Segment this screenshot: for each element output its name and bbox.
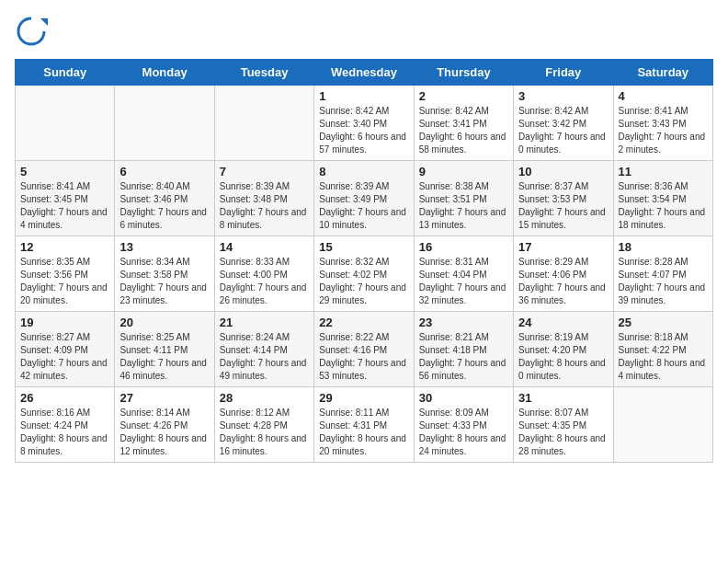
calendar-day-cell: 25Sunrise: 8:18 AM Sunset: 4:22 PM Dayli… (613, 312, 712, 387)
day-info: Sunrise: 8:34 AM Sunset: 3:58 PM Dayligh… (119, 256, 209, 307)
calendar-day-cell: 1Sunrise: 8:42 AM Sunset: 3:40 PM Daylig… (314, 86, 414, 161)
day-info: Sunrise: 8:21 AM Sunset: 4:18 PM Dayligh… (419, 331, 508, 383)
day-info: Sunrise: 8:42 AM Sunset: 3:42 PM Dayligh… (518, 105, 608, 156)
day-number: 26 (20, 391, 109, 405)
calendar-day-cell: 24Sunrise: 8:19 AM Sunset: 4:20 PM Dayli… (514, 312, 613, 387)
calendar-day-cell: 31Sunrise: 8:07 AM Sunset: 4:35 PM Dayli… (514, 387, 613, 463)
weekday-header-wednesday: Wednesday (314, 60, 414, 86)
day-number: 21 (220, 316, 309, 329)
day-info: Sunrise: 8:33 AM Sunset: 4:00 PM Dayligh… (220, 256, 309, 307)
day-number: 15 (319, 240, 408, 254)
calendar-day-cell: 19Sunrise: 8:27 AM Sunset: 4:09 PM Dayli… (16, 312, 115, 387)
calendar-day-cell: 6Sunrise: 8:40 AM Sunset: 3:46 PM Daylig… (115, 161, 214, 236)
day-info: Sunrise: 8:16 AM Sunset: 4:24 PM Dayligh… (20, 407, 109, 458)
day-number: 28 (220, 391, 309, 405)
day-info: Sunrise: 8:32 AM Sunset: 4:02 PM Dayligh… (319, 256, 408, 307)
day-info: Sunrise: 8:25 AM Sunset: 4:11 PM Dayligh… (119, 331, 209, 383)
calendar-day-cell: 23Sunrise: 8:21 AM Sunset: 4:18 PM Dayli… (414, 312, 513, 387)
day-number: 9 (419, 165, 508, 178)
weekday-header-friday: Friday (514, 60, 613, 86)
calendar-day-cell: 14Sunrise: 8:33 AM Sunset: 4:00 PM Dayli… (214, 236, 313, 312)
day-info: Sunrise: 8:18 AM Sunset: 4:22 PM Dayligh… (619, 331, 708, 383)
logo (15, 15, 53, 48)
day-number: 25 (619, 316, 708, 329)
day-info: Sunrise: 8:07 AM Sunset: 4:35 PM Dayligh… (518, 407, 608, 458)
day-number: 29 (319, 391, 408, 405)
calendar-day-cell (214, 86, 313, 161)
calendar-day-cell: 13Sunrise: 8:34 AM Sunset: 3:58 PM Dayli… (115, 236, 214, 312)
day-info: Sunrise: 8:28 AM Sunset: 4:07 PM Dayligh… (619, 256, 708, 307)
day-number: 22 (319, 316, 408, 329)
calendar-day-cell (16, 86, 115, 161)
page-header (15, 15, 713, 48)
day-info: Sunrise: 8:31 AM Sunset: 4:04 PM Dayligh… (419, 256, 508, 307)
svg-marker-1 (40, 18, 48, 26)
day-number: 5 (20, 165, 109, 178)
day-info: Sunrise: 8:35 AM Sunset: 3:56 PM Dayligh… (20, 256, 109, 307)
calendar-day-cell: 3Sunrise: 8:42 AM Sunset: 3:42 PM Daylig… (514, 86, 613, 161)
day-number: 14 (220, 240, 309, 254)
day-number: 6 (119, 165, 209, 178)
day-number: 3 (518, 89, 608, 103)
calendar-day-cell: 16Sunrise: 8:31 AM Sunset: 4:04 PM Dayli… (414, 236, 513, 312)
calendar-day-cell: 22Sunrise: 8:22 AM Sunset: 4:16 PM Dayli… (314, 312, 414, 387)
day-number: 17 (518, 240, 608, 254)
day-number: 7 (220, 165, 309, 178)
day-info: Sunrise: 8:12 AM Sunset: 4:28 PM Dayligh… (220, 407, 309, 458)
day-number: 18 (619, 240, 708, 254)
day-number: 11 (619, 165, 708, 178)
day-number: 4 (619, 89, 708, 103)
calendar-day-cell: 2Sunrise: 8:42 AM Sunset: 3:41 PM Daylig… (414, 86, 513, 161)
calendar-day-cell: 18Sunrise: 8:28 AM Sunset: 4:07 PM Dayli… (613, 236, 712, 312)
weekday-header-monday: Monday (115, 60, 214, 86)
day-info: Sunrise: 8:09 AM Sunset: 4:33 PM Dayligh… (419, 407, 508, 458)
weekday-header-thursday: Thursday (414, 60, 513, 86)
day-info: Sunrise: 8:42 AM Sunset: 3:40 PM Dayligh… (319, 105, 408, 156)
calendar-day-cell: 17Sunrise: 8:29 AM Sunset: 4:06 PM Dayli… (514, 236, 613, 312)
day-number: 12 (20, 240, 109, 254)
day-info: Sunrise: 8:38 AM Sunset: 3:51 PM Dayligh… (419, 180, 508, 232)
day-number: 13 (119, 240, 209, 254)
calendar-week-row: 26Sunrise: 8:16 AM Sunset: 4:24 PM Dayli… (16, 387, 713, 463)
day-number: 8 (319, 165, 408, 178)
calendar-header: SundayMondayTuesdayWednesdayThursdayFrid… (16, 60, 713, 86)
day-info: Sunrise: 8:41 AM Sunset: 3:43 PM Dayligh… (619, 105, 708, 156)
day-info: Sunrise: 8:27 AM Sunset: 4:09 PM Dayligh… (20, 331, 109, 383)
calendar-day-cell: 5Sunrise: 8:41 AM Sunset: 3:45 PM Daylig… (16, 161, 115, 236)
weekday-header-row: SundayMondayTuesdayWednesdayThursdayFrid… (16, 60, 713, 86)
calendar-day-cell: 11Sunrise: 8:36 AM Sunset: 3:54 PM Dayli… (613, 161, 712, 236)
day-number: 31 (518, 391, 608, 405)
day-info: Sunrise: 8:22 AM Sunset: 4:16 PM Dayligh… (319, 331, 408, 383)
day-number: 2 (419, 89, 508, 103)
calendar-day-cell: 9Sunrise: 8:38 AM Sunset: 3:51 PM Daylig… (414, 161, 513, 236)
calendar-week-row: 19Sunrise: 8:27 AM Sunset: 4:09 PM Dayli… (16, 312, 713, 387)
calendar-day-cell (613, 387, 712, 463)
day-info: Sunrise: 8:42 AM Sunset: 3:41 PM Dayligh… (419, 105, 508, 156)
day-number: 27 (119, 391, 209, 405)
weekday-header-sunday: Sunday (16, 60, 115, 86)
calendar-body: 1Sunrise: 8:42 AM Sunset: 3:40 PM Daylig… (16, 86, 713, 463)
calendar-day-cell: 26Sunrise: 8:16 AM Sunset: 4:24 PM Dayli… (16, 387, 115, 463)
day-number: 16 (419, 240, 508, 254)
day-info: Sunrise: 8:41 AM Sunset: 3:45 PM Dayligh… (20, 180, 109, 232)
day-info: Sunrise: 8:40 AM Sunset: 3:46 PM Dayligh… (119, 180, 209, 232)
day-info: Sunrise: 8:11 AM Sunset: 4:31 PM Dayligh… (319, 407, 408, 458)
calendar-day-cell (115, 86, 214, 161)
day-info: Sunrise: 8:14 AM Sunset: 4:26 PM Dayligh… (119, 407, 209, 458)
calendar-day-cell: 29Sunrise: 8:11 AM Sunset: 4:31 PM Dayli… (314, 387, 414, 463)
day-number: 24 (518, 316, 608, 329)
day-number: 30 (419, 391, 508, 405)
day-info: Sunrise: 8:19 AM Sunset: 4:20 PM Dayligh… (518, 331, 608, 383)
day-number: 1 (319, 89, 408, 103)
day-info: Sunrise: 8:39 AM Sunset: 3:49 PM Dayligh… (319, 180, 408, 232)
calendar-day-cell: 27Sunrise: 8:14 AM Sunset: 4:26 PM Dayli… (115, 387, 214, 463)
calendar-day-cell: 7Sunrise: 8:39 AM Sunset: 3:48 PM Daylig… (214, 161, 313, 236)
calendar-table: SundayMondayTuesdayWednesdayThursdayFrid… (15, 59, 713, 463)
day-info: Sunrise: 8:24 AM Sunset: 4:14 PM Dayligh… (220, 331, 309, 383)
day-number: 10 (518, 165, 608, 178)
calendar-day-cell: 20Sunrise: 8:25 AM Sunset: 4:11 PM Dayli… (115, 312, 214, 387)
calendar-week-row: 1Sunrise: 8:42 AM Sunset: 3:40 PM Daylig… (16, 86, 713, 161)
calendar-day-cell: 21Sunrise: 8:24 AM Sunset: 4:14 PM Dayli… (214, 312, 313, 387)
calendar-week-row: 5Sunrise: 8:41 AM Sunset: 3:45 PM Daylig… (16, 161, 713, 236)
weekday-header-tuesday: Tuesday (214, 60, 313, 86)
